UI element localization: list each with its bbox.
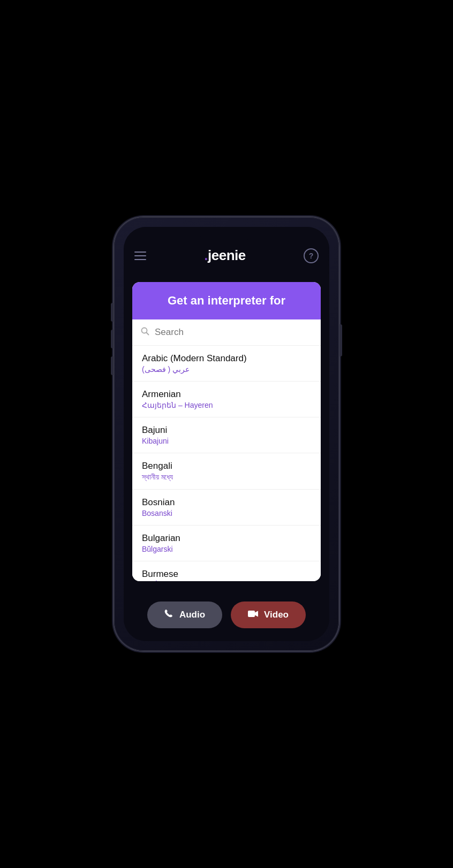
audio-button[interactable]: Audio (147, 601, 222, 628)
language-native: Bosanski (142, 509, 311, 517)
notch (200, 230, 253, 240)
language-name: Burmese (142, 569, 311, 580)
video-button[interactable]: Video (231, 601, 306, 628)
list-item[interactable]: BosnianBosanski (132, 490, 321, 526)
app-header: .jeenie ? (124, 243, 329, 271)
language-name: Bosnian (142, 497, 311, 508)
list-item[interactable]: BulgarianBŭlgarski (132, 526, 321, 561)
language-name: Armenian (142, 389, 311, 400)
language-native: عربي ( فصحى) (142, 365, 311, 374)
language-name: Bengali (142, 461, 311, 471)
language-name: Bulgarian (142, 533, 311, 544)
phone-screen: .jeenie ? Get an interpreter for (124, 227, 329, 641)
card-header: Get an interpreter for (132, 282, 321, 319)
search-icon (141, 327, 149, 338)
language-native: Հայերեն – Hayeren (142, 401, 311, 409)
card-title: Get an interpreter for (143, 294, 310, 308)
phone-frame: .jeenie ? Get an interpreter for (114, 217, 339, 651)
svg-rect-2 (248, 611, 255, 617)
list-item[interactable]: Arabic (Modern Standard)عربي ( فصحى) (132, 346, 321, 382)
search-input[interactable] (155, 327, 312, 338)
video-icon (248, 610, 259, 620)
help-button[interactable]: ? (304, 248, 319, 263)
language-native: မြန်မာ (142, 581, 311, 581)
list-item[interactable]: Burmeseမြန်မာ (132, 561, 321, 581)
app-logo: .jeenie (204, 247, 245, 264)
language-native: স্থানীয় মধ্যে (142, 473, 311, 482)
language-name: Bajuni (142, 425, 311, 436)
interpreter-card: Get an interpreter for Arabic (Modern St… (132, 282, 321, 581)
list-item[interactable]: ArmenianՀայերեն – Hayeren (132, 382, 321, 417)
svg-line-1 (147, 333, 149, 335)
language-native: Bŭlgarski (142, 545, 311, 553)
language-native: Kibajuni (142, 437, 311, 445)
phone-icon (164, 609, 174, 621)
status-bar (124, 227, 329, 243)
video-label: Video (264, 610, 289, 620)
language-name: Arabic (Modern Standard) (142, 353, 311, 364)
bottom-action-bar: Audio Video (124, 591, 329, 641)
search-bar (132, 319, 321, 346)
list-item[interactable]: Bengaliস্থানীয় মধ্যে (132, 453, 321, 490)
list-item[interactable]: BajuniKibajuni (132, 417, 321, 453)
language-list: Arabic (Modern Standard)عربي ( فصحى)Arme… (132, 346, 321, 581)
menu-button[interactable] (134, 252, 146, 260)
audio-label: Audio (179, 610, 205, 620)
main-content: Get an interpreter for Arabic (Modern St… (124, 271, 329, 591)
